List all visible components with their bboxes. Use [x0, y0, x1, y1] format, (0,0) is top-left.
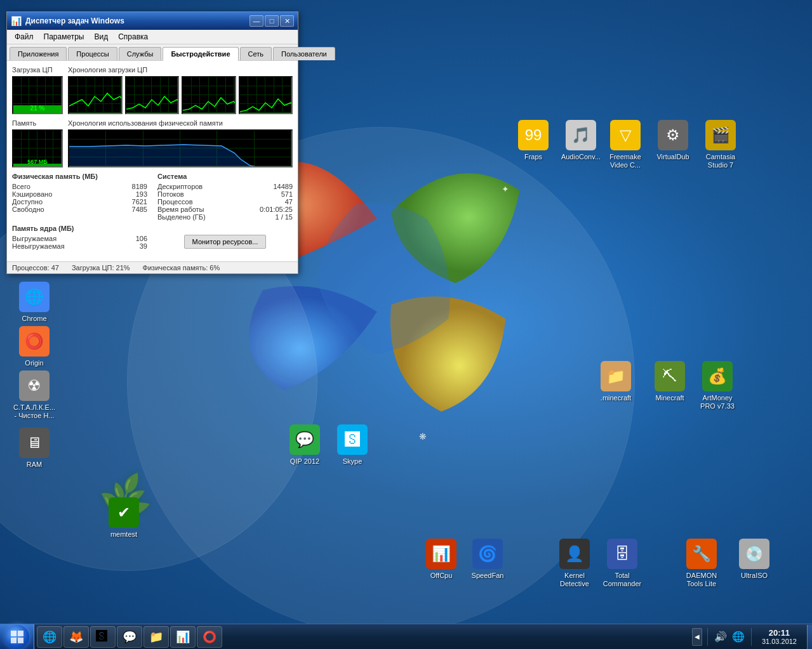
cpu-history-3 [182, 76, 236, 114]
cpu-history-graphs [68, 76, 293, 114]
memory-history-graph [68, 129, 293, 167]
show-desktop-button[interactable] [807, 625, 812, 649]
artmoney-icon: 💰 [702, 361, 733, 391]
tray-expand-button[interactable]: ◀ [692, 628, 702, 646]
desktop-icon-virtualdub[interactable]: ⚙VirtualDub [648, 117, 698, 164]
taskbar-qip[interactable]: 💬 [117, 626, 142, 648]
qip-icon: 💬 [290, 424, 320, 455]
desktop-icon-offcpu[interactable]: 📊OffCpu [416, 536, 467, 582]
desktop-icon-stalker[interactable]: ☢С.Т.А.Л.К.Е... - Чистое Н... [9, 368, 60, 423]
taskbar-explorer[interactable]: 📁 [143, 626, 169, 648]
ram-icon: 🖥 [19, 428, 50, 458]
desktop-icon-camtasia[interactable]: 🎬Camtasia Studio 7 [695, 117, 746, 172]
physical-memory-col: Физическая память (МБ) Всего 8189 Кэширо… [12, 173, 147, 251]
network-icon[interactable]: 🌐 [731, 629, 746, 644]
stat-descriptors: Дескрипторов 14489 [157, 183, 293, 190]
fraps-icon: 99 [518, 120, 549, 150]
desktop-icon-ultraiso[interactable]: 💿UltraISO [729, 536, 780, 582]
desktop-icon-speedfan[interactable]: 🌀SpeedFan [462, 536, 513, 582]
menu-file[interactable]: Файл [10, 31, 39, 43]
stat-total: Всего 8189 [12, 183, 147, 190]
tab-processes[interactable]: Процессы [68, 47, 117, 60]
kernel-label: Kernel Detective [552, 572, 597, 588]
stat-nonpaged: Невыгружаемая 39 [12, 242, 147, 250]
stat-free: Свободно 7485 [12, 206, 147, 213]
desktop-icon-minecraft[interactable]: ⛏Minecraft [644, 358, 695, 405]
menu-view[interactable]: Вид [89, 31, 113, 43]
task-manager-menubar: Файл Параметры Вид Справка [7, 30, 298, 44]
desktop-icon-audioconv[interactable]: 🎵AudioConv... [556, 117, 606, 164]
tray-divider [707, 628, 708, 646]
desktop-icon-total_cmd[interactable]: 🗄Total Commander [597, 536, 648, 591]
tab-services[interactable]: Службы [119, 47, 162, 60]
taskbar-taskmanager[interactable]: 📊 [170, 626, 196, 648]
origin-icon: ⭕ [19, 326, 50, 357]
desktop-icon-kernel[interactable]: 👤Kernel Detective [549, 536, 600, 591]
freemake-icon: ▽ [610, 120, 641, 150]
taskbar-skype[interactable]: 🆂 [90, 626, 116, 648]
taskbar-origin[interactable]: ⭕ [197, 626, 222, 648]
minecraft_dot-icon: 📁 [601, 361, 631, 391]
maximize-button[interactable]: □ [265, 15, 279, 27]
desktop-icon-qip[interactable]: 💬QIP 2012 [279, 422, 330, 468]
tab-users[interactable]: Пользователи [273, 47, 335, 60]
minecraft_dot-label: .minecraft [601, 394, 631, 402]
svg-rect-1 [11, 631, 17, 636]
task-manager-window: 📊 Диспетчер задач Windows — □ ✕ Файл Пар… [6, 11, 298, 274]
task-manager-title: Диспетчер задач Windows [25, 16, 250, 25]
virtualdub-icon: ⚙ [658, 120, 688, 150]
taskbar-ie[interactable]: 🌐 [37, 626, 62, 648]
status-cpu: Загрузка ЦП: 21% [72, 264, 130, 272]
speedfan-label: SpeedFan [472, 572, 504, 580]
stats-section: Физическая память (МБ) Всего 8189 Кэширо… [12, 173, 293, 251]
stat-paged: Выгружаемая 106 [12, 235, 147, 242]
bird-decoration: ✦ [502, 184, 509, 194]
camtasia-icon: 🎬 [705, 120, 736, 150]
qip-label: QIP 2012 [290, 457, 319, 466]
volume-icon[interactable]: 🔊 [713, 629, 728, 644]
desktop-icon-memtest[interactable]: ✔memtest [98, 495, 149, 541]
desktop-icon-ram[interactable]: 🖥RAM [9, 425, 60, 471]
desktop-icon-freemake[interactable]: ▽Freemake Video C... [600, 117, 651, 172]
cpu-load-title: Загрузка ЦП [12, 66, 63, 74]
tab-applications[interactable]: Приложения [10, 47, 67, 60]
daemon-icon: 🔧 [686, 539, 717, 569]
desktop-icon-fraps[interactable]: 99Fraps [508, 117, 559, 164]
desktop-icon-minecraft_dot[interactable]: 📁.minecraft [590, 358, 641, 405]
desktop-icon-daemon[interactable]: 🔧DAEMON Tools Lite [676, 536, 727, 591]
task-manager-titlebar[interactable]: 📊 Диспетчер задач Windows — □ ✕ [7, 12, 298, 30]
menu-help[interactable]: Справка [113, 31, 153, 43]
skype-label: Skype [343, 457, 363, 466]
task-manager-icon: 📊 [11, 16, 22, 26]
monitor-resources-button[interactable]: Монитор ресурсов... [184, 235, 267, 249]
start-button[interactable] [0, 624, 34, 650]
menu-options[interactable]: Параметры [39, 31, 90, 43]
stat-threads: Потоков 571 [157, 190, 293, 198]
cpu-line-svg-3 [183, 77, 235, 113]
fraps-label: Fraps [524, 153, 542, 161]
minimize-button[interactable]: — [250, 15, 263, 27]
taskbar: 🌐 🦊 🆂 💬 📁 📊 ⭕ ◀ 🔊 [0, 624, 812, 649]
taskbar-firefox[interactable]: 🦊 [63, 626, 89, 648]
cpu-line-svg-4 [240, 77, 292, 113]
memory-mb-label: 567 МБ [27, 159, 47, 165]
desktop-icon-skype[interactable]: 🆂Skype [327, 422, 378, 468]
offcpu-icon: 📊 [426, 539, 456, 569]
desktop-icon-chrome[interactable]: 🌐Chrome [9, 279, 60, 325]
ultraiso-icon: 💿 [739, 539, 769, 569]
clock-area[interactable]: 20:11 31.03.2012 [757, 624, 802, 649]
firefox-icon: 🦊 [69, 630, 83, 644]
virtualdub-label: VirtualDub [656, 153, 689, 161]
stat-commit: Выделено (ГБ) 1 / 15 [157, 213, 293, 221]
minecraft-label: Minecraft [655, 394, 684, 402]
tray-divider-2 [751, 628, 752, 646]
tab-network[interactable]: Сеть [240, 47, 272, 60]
close-button[interactable]: ✕ [280, 15, 294, 27]
desktop-icon-origin[interactable]: ⭕Origin [9, 324, 60, 370]
taskbar-items: 🌐 🦊 🆂 💬 📁 📊 ⭕ [34, 624, 687, 649]
start-orb [5, 625, 29, 649]
desktop-icon-artmoney[interactable]: 💰ArtMoney PRO v7.33 [692, 358, 743, 413]
tab-performance[interactable]: Быстродействие [163, 47, 238, 61]
kernel-icon: 👤 [559, 539, 590, 569]
task-manager-statusbar: Процессов: 47 Загрузка ЦП: 21% Физическа… [7, 261, 298, 273]
